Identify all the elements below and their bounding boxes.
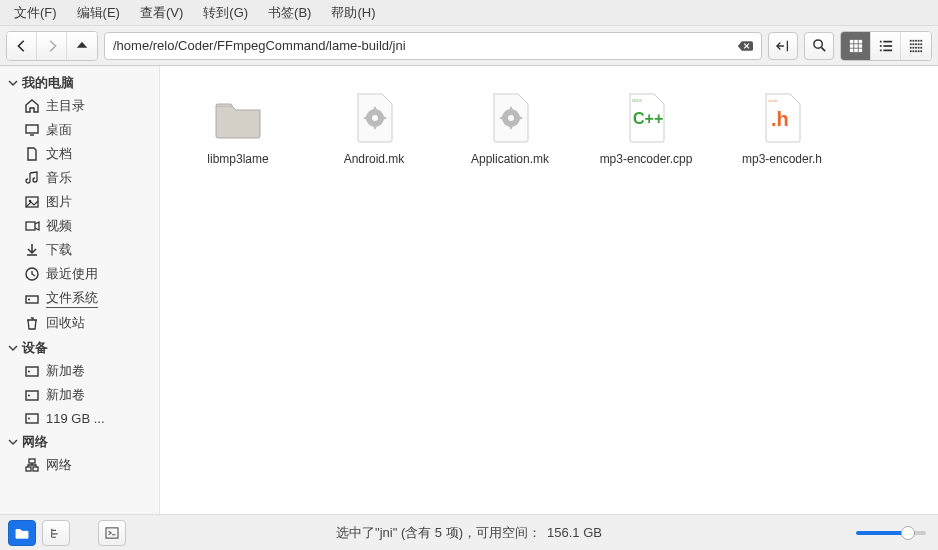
svg-point-42 (28, 298, 30, 300)
mk-icon (482, 90, 538, 146)
network-icon (24, 457, 40, 473)
sidebar-item-home[interactable]: 主目录 (0, 94, 159, 118)
sidebar-item-download[interactable]: 下载 (0, 238, 159, 262)
nav-forward-button[interactable] (37, 32, 67, 60)
nav-buttons (6, 31, 98, 61)
svg-rect-14 (879, 49, 881, 51)
svg-rect-12 (879, 45, 881, 47)
h-icon: include.h (754, 90, 810, 146)
svg-rect-4 (849, 44, 853, 48)
sidebar-section-header[interactable]: 网络 (0, 431, 159, 453)
home-icon (24, 98, 40, 114)
svg-rect-9 (858, 48, 862, 52)
sidebar-item-fs[interactable]: 文件系统 (0, 286, 159, 311)
sidebar-item-disk[interactable]: 新加卷 (0, 383, 159, 407)
sidebar-item-doc[interactable]: 文档 (0, 142, 159, 166)
menu-bookmark[interactable]: 书签(B) (260, 2, 319, 24)
file-item[interactable]: include.hmp3-encoder.h (718, 86, 846, 170)
svg-rect-21 (910, 43, 912, 45)
menu-view[interactable]: 查看(V) (132, 2, 191, 24)
menubar: 文件(F) 编辑(E) 查看(V) 转到(G) 书签(B) 帮助(H) (0, 0, 938, 26)
chevron-down-icon (8, 343, 18, 353)
path-bar[interactable]: /home/relo/Coder/FFmpegCommand/lame-buil… (104, 32, 762, 60)
sidebar-item-disk[interactable]: 119 GB ... (0, 407, 159, 429)
tree-pane-button[interactable] (42, 520, 70, 546)
sidebar-section-header[interactable]: 我的电脑 (0, 72, 159, 94)
svg-text:010101: 010101 (632, 99, 642, 103)
file-label: mp3-encoder.h (742, 152, 822, 166)
view-list-button[interactable] (871, 32, 901, 60)
sidebar-item-trash[interactable]: 回收站 (0, 311, 159, 335)
view-mode-buttons (840, 31, 932, 61)
sidebar-item-desktop[interactable]: 桌面 (0, 118, 159, 142)
svg-rect-18 (915, 39, 917, 41)
places-pane-button[interactable] (8, 520, 36, 546)
file-item[interactable]: libmp3lame (174, 86, 302, 170)
nav-back-button[interactable] (7, 32, 37, 60)
sidebar-section-header[interactable]: 设备 (0, 337, 159, 359)
svg-rect-26 (910, 46, 912, 48)
sidebar-item-disk[interactable]: 新加卷 (0, 359, 159, 383)
svg-rect-22 (913, 43, 915, 45)
menu-file[interactable]: 文件(F) (6, 2, 65, 24)
svg-rect-43 (26, 367, 38, 376)
sidebar-item-music[interactable]: 音乐 (0, 166, 159, 190)
view-compact-button[interactable] (901, 32, 931, 60)
download-icon (24, 242, 40, 258)
sidebar-item-pic[interactable]: 图片 (0, 190, 159, 214)
svg-rect-19 (918, 39, 920, 41)
svg-rect-24 (918, 43, 920, 45)
toggle-path-button[interactable] (768, 32, 798, 60)
svg-point-55 (508, 115, 514, 121)
trash-icon (24, 315, 40, 331)
toolbar: /home/relo/Coder/FFmpegCommand/lame-buil… (0, 26, 938, 66)
svg-rect-51 (33, 467, 38, 471)
zoom-slider[interactable] (856, 531, 926, 535)
nav-up-button[interactable] (67, 32, 97, 60)
menu-help[interactable]: 帮助(H) (323, 2, 383, 24)
svg-rect-30 (920, 46, 922, 48)
disk-icon (24, 363, 40, 379)
svg-rect-7 (849, 48, 853, 52)
sidebar-item-video[interactable]: 视频 (0, 214, 159, 238)
file-label: mp3-encoder.cpp (600, 152, 693, 166)
terminal-button[interactable] (98, 520, 126, 546)
sidebar: 我的电脑主目录桌面文档音乐图片视频下载最近使用文件系统回收站设备新加卷新加卷11… (0, 66, 160, 514)
search-button[interactable] (804, 32, 834, 60)
svg-point-44 (28, 371, 30, 373)
svg-rect-25 (920, 43, 922, 45)
clear-path-icon[interactable] (737, 39, 753, 53)
menu-goto[interactable]: 转到(G) (195, 2, 256, 24)
svg-rect-20 (920, 39, 922, 41)
svg-rect-2 (854, 39, 858, 43)
file-item[interactable]: 010101C++mp3-encoder.cpp (582, 86, 710, 170)
svg-rect-34 (918, 50, 920, 52)
svg-rect-15 (883, 49, 892, 51)
svg-rect-28 (915, 46, 917, 48)
svg-rect-10 (879, 40, 881, 42)
mk-icon (346, 90, 402, 146)
music-icon (24, 170, 40, 186)
svg-rect-39 (26, 222, 35, 230)
status-free-space: 156.1 GB (547, 525, 602, 540)
svg-rect-23 (915, 43, 917, 45)
view-icons-button[interactable] (841, 32, 871, 60)
menu-edit[interactable]: 编辑(E) (69, 2, 128, 24)
file-label: Android.mk (344, 152, 405, 166)
svg-rect-27 (913, 46, 915, 48)
recent-icon (24, 266, 40, 282)
sidebar-item-recent[interactable]: 最近使用 (0, 262, 159, 286)
svg-rect-49 (29, 459, 35, 463)
sidebar-item-network[interactable]: 网络 (0, 453, 159, 477)
video-icon (24, 218, 40, 234)
svg-point-0 (813, 40, 821, 48)
svg-rect-41 (26, 296, 38, 303)
svg-rect-13 (883, 45, 892, 47)
file-item[interactable]: Android.mk (310, 86, 438, 170)
pic-icon (24, 194, 40, 210)
file-view[interactable]: libmp3lameAndroid.mkApplication.mk010101… (160, 66, 938, 514)
cpp-icon: 010101C++ (618, 90, 674, 146)
svg-rect-50 (26, 467, 31, 471)
svg-rect-11 (883, 40, 892, 42)
file-item[interactable]: Application.mk (446, 86, 574, 170)
